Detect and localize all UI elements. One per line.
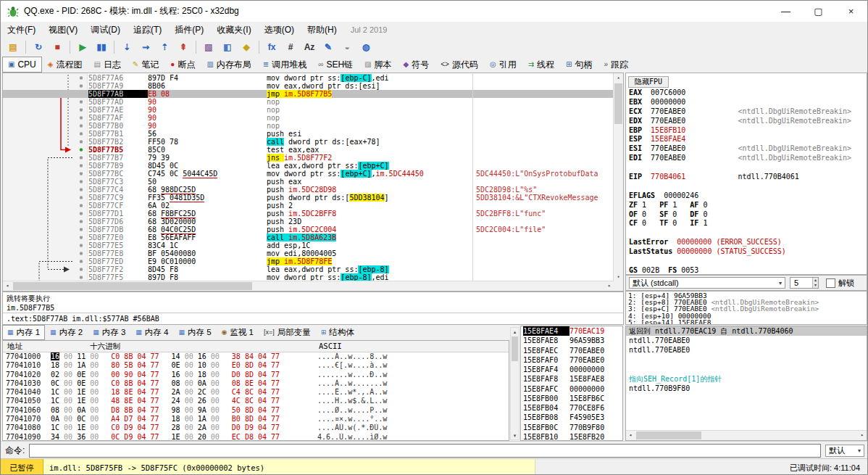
bottom-tab-watch-1[interactable]: ◉监视 1 [217, 325, 259, 340]
unlock-control[interactable]: 解锁 [826, 277, 854, 289]
toolbar-patches-button[interactable]: ▧ [200, 39, 217, 55]
menu-item[interactable]: 文件(F) [1, 22, 42, 38]
register-line[interactable]: LastStatus 00000000 (STATUS_SUCCESS) [626, 247, 867, 257]
menu-item[interactable]: 追踪(T) [127, 22, 168, 38]
scroll-right-icon[interactable]: ▸ [858, 431, 867, 440]
tab-script[interactable]: ▨脚本 [359, 57, 397, 73]
dump-row[interactable]: 770410801C 00 1E 00C0 D9 04 7728 00 2A 0… [3, 424, 509, 432]
disassembly-row[interactable]: 5D8F77F28D45 F8lea eax,dword ptr ss:[ebp… [3, 265, 614, 273]
disassembly-row[interactable]: 5D8F77E0E8 56EAFAFFcall im.5D8A623B [3, 234, 614, 241]
tab-handles[interactable]: ⊞句柄 [560, 57, 598, 73]
register-line[interactable]: EIP 770B4061 ntdll.770B4061 [626, 173, 867, 182]
tab-seh-chain[interactable]: ∞SEH链 [312, 57, 359, 73]
tab-trace[interactable]: »跟踪 [598, 57, 634, 73]
tab-memory-map[interactable]: ▥内存布局 [201, 57, 256, 73]
register-line[interactable] [626, 163, 867, 173]
scroll-up-icon[interactable]: ▴ [614, 73, 623, 82]
scrollbar-thumb[interactable] [512, 336, 518, 361]
toolbar-case-convert-button[interactable]: Az [301, 39, 318, 55]
scroll-down-icon[interactable]: ▾ [511, 431, 519, 439]
toolbar-step-over-button[interactable]: ⇝ [137, 39, 154, 55]
dump-row[interactable]: 770410401C 00 1E 0018 8E 04 772A 00 2C 0… [3, 388, 509, 397]
register-line[interactable]: OF 0 SF 0 DF 0 [626, 210, 867, 220]
disassembly-row[interactable]: 5D8F77D668 3D020000push 23D [3, 218, 614, 226]
disassembly-row[interactable]: 5D8F77AE90nop [3, 106, 614, 114]
scroll-right-icon[interactable]: ▸ [605, 281, 614, 291]
hide-fpu-button[interactable]: 隐藏FPU [628, 76, 669, 88]
disassembly-row[interactable]: 5D8F77BCC745 0C 5044C45Dmov dword ptr ss… [3, 170, 614, 178]
register-line[interactable] [626, 257, 867, 266]
dump-row[interactable]: 7704102002 00 0E 0000 90 04 7716 00 18 0… [3, 371, 509, 379]
register-line[interactable]: EDX 770EABE0 <ntdll.DbgUiRemoteBreakin> [626, 117, 867, 126]
stack-row[interactable]: 15E8FAEC770EABE0 [521, 346, 622, 355]
scrollbar-thumb[interactable] [614, 83, 622, 124]
spin-up-icon[interactable]: ▴ [814, 278, 817, 283]
dump-row[interactable]: 7704106008 00 0A 00D8 8B 04 7798 00 9A 0… [3, 406, 509, 415]
stack-row[interactable]: 15E8FB08F45905E3 [521, 413, 622, 422]
tab-notes[interactable]: ✎笔记 [127, 57, 164, 73]
disassembly-hscrollbar[interactable]: ◂ ▸ [3, 281, 614, 291]
disassembly-row[interactable]: 5D8F77A98B06mov eax,dword ptr ds:[esi] [3, 82, 614, 90]
dump-row[interactable]: 7704100016 00 11 00C0 8B 04 7714 00 16 0… [3, 352, 509, 361]
stack-row[interactable]: 15E8FB1015E8FB20 [521, 432, 622, 441]
dump-row[interactable]: 7704109034 00 36 000C D9 04 771E 00 20 0… [3, 433, 509, 441]
tab-threads[interactable]: ⇉线程 [522, 57, 560, 73]
bottom-tab-locals[interactable]: [x=]局部变量 [259, 325, 316, 340]
stack-row[interactable]: 15E8FB0C770B9F80 [521, 423, 622, 432]
menu-item[interactable]: 调试(D) [84, 22, 127, 38]
bottom-tab-memory-4[interactable]: ▦内存 4 [130, 325, 173, 340]
register-line[interactable]: EFLAGS 00000246 [626, 191, 867, 201]
bottom-tab-memory-2[interactable]: ▦内存 2 [45, 325, 88, 340]
stack-comment-row[interactable] [626, 365, 867, 374]
toolbar-run-to-user-code-button[interactable]: ⇞ [175, 39, 192, 55]
comments-hscrollbar[interactable]: ◂ ▸ [626, 430, 867, 440]
disassembly-row[interactable]: 5D8F77C9FF35 0481D35Dpush dword ptr ds:[… [3, 194, 614, 202]
toolbar-pause-button[interactable]: ▮▮ [93, 39, 110, 55]
register-line[interactable]: EDI 770EABE0 <ntdll.DbgUiRemoteBreakin> [626, 154, 867, 163]
disassembly-vscrollbar[interactable]: ▴ ▾ [613, 73, 623, 281]
disassembly-row[interactable]: 5D8F77D168 F8BFC25Dpush im.5DC2BFF85DC2B… [3, 210, 614, 218]
disassembly-row[interactable]: 5D8F77E8BF 05400080mov edi,80004005 [3, 249, 614, 257]
register-line[interactable]: ESI 770EABE0 <ntdll.DbgUiRemoteBreakin> [626, 144, 867, 154]
stack-comment-row[interactable] [626, 413, 867, 422]
scroll-left-icon[interactable]: ◂ [3, 281, 12, 291]
minimize-button[interactable]: — [769, 1, 802, 22]
disassembly-row[interactable]: 5D8F77AF90nop [3, 114, 614, 122]
disassembly-row[interactable]: 5D8F77B156push esi [3, 130, 614, 138]
stack-comment-row[interactable] [626, 403, 867, 413]
toolbar-stop-button[interactable]: ■ [49, 39, 66, 55]
toolbar-help-chat-button[interactable]: ◍ [357, 39, 375, 55]
stack-comment-row[interactable]: ntdll.770EABE0 [626, 336, 867, 345]
tab-source[interactable]: <>源代码 [435, 57, 484, 73]
tab-breakpoints[interactable]: ●断点 [164, 57, 201, 73]
disassembly-row[interactable]: 5D8F77B98D45 0Clea eax,dword ptr ss:[ebp… [3, 162, 614, 170]
stack-row[interactable]: 15E8FAFC00000000 [521, 384, 622, 394]
toolbar-highlight-button[interactable]: ✎ [320, 39, 337, 55]
register-line[interactable]: ZF 1 PF 1 AF 0 [626, 201, 867, 210]
disassembly-row[interactable]: 5D8F77ABEB 08jmp im.5D8F77B5 [3, 90, 614, 98]
stack-comment-row[interactable]: ntdll.770B9F80 [626, 384, 867, 393]
register-line[interactable]: EBP 15E8FB10 [626, 126, 867, 136]
stack-row[interactable]: 15E8FB04770CE8F6 [521, 403, 622, 413]
scroll-down-icon[interactable]: ▾ [614, 273, 623, 281]
toolbar-run-button[interactable]: ▶ [74, 39, 91, 55]
register-line[interactable]: ESP 15E8FAE4 [626, 135, 867, 144]
disassembly-row[interactable]: 5D8F77DB68 04C0C25Dpush im.5DC2C0045DC2C… [3, 226, 614, 234]
maximize-button[interactable]: ▢ [802, 1, 835, 22]
disassembly-row[interactable]: 5D8F77B585C0test eax,eax [3, 146, 614, 154]
toolbar-restart-button[interactable]: ↻ [30, 39, 47, 55]
stack-comment-row[interactable]: 返回到 ntdll.770EAC19 自 ntdll.770B4060 [626, 326, 867, 336]
menu-item[interactable]: 帮助(H) [301, 22, 343, 38]
scroll-left-icon[interactable]: ◂ [626, 431, 635, 440]
disassembly-row[interactable]: 5D8F77A6897D F4mov dword ptr ss:[ebp-C],… [3, 74, 614, 82]
register-line[interactable]: CF 0 TF 0 IF 1 [626, 219, 867, 228]
bottom-tab-memory-3[interactable]: ▦内存 3 [88, 325, 130, 340]
toolbar-execute-till-return-button[interactable]: ⇡ [156, 39, 173, 55]
disassembly-row[interactable]: 5D8F77C350push eax [3, 178, 614, 186]
dump-row[interactable]: 770410700A 00 0C 00A4 D7 04 7718 00 1A 0… [3, 415, 509, 424]
dump-row[interactable]: 770410300C 00 0E 00C0 8B 04 7708 00 0A 0… [3, 379, 509, 388]
toolbar-step-into-button[interactable]: ⇣ [118, 39, 135, 55]
command-input[interactable] [29, 444, 821, 458]
disassembly-row[interactable]: 5D8F77B090nop [3, 122, 614, 130]
stack-row[interactable]: 15E8FAE896A59BB3 [521, 336, 622, 345]
